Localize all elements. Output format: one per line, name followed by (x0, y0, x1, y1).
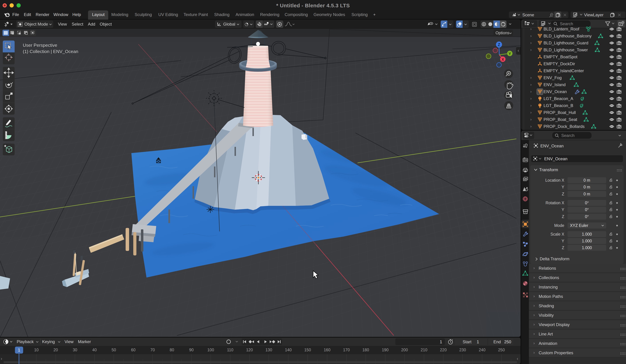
svg-text:‹: ‹ (517, 356, 518, 361)
svg-text:X: X (502, 57, 504, 62)
svg-text:Z: Z (498, 42, 500, 47)
svg-text:Y: Y (509, 51, 511, 56)
svg-text:›: › (1, 356, 2, 361)
